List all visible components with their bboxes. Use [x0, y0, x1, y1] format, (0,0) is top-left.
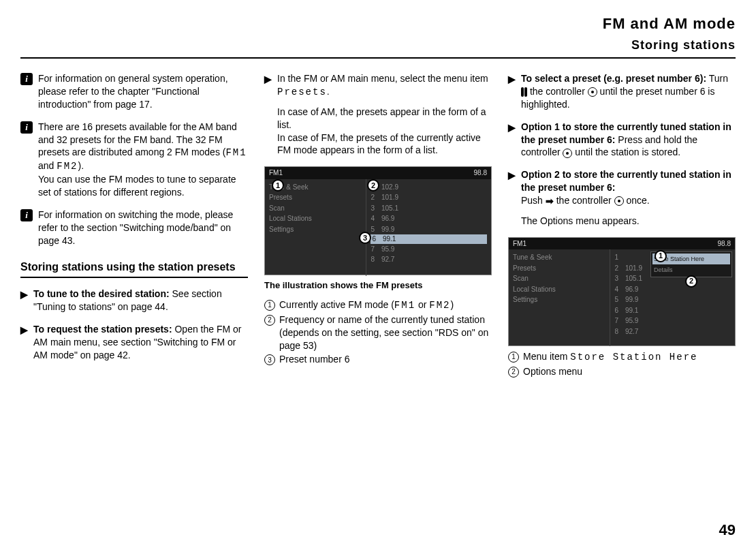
step-body: Option 1 to store the currently tuned st… — [521, 121, 736, 159]
text: The Options menu appears. — [521, 215, 640, 226]
text: In case of FM, the presets of the curren… — [277, 132, 481, 156]
step-bold: To request the station presets: — [33, 324, 172, 335]
step-arrow-icon: ▶ — [20, 324, 28, 362]
fig-header-right: 98.8 — [718, 239, 731, 249]
column-2: ▶ In the FM or AM main menu, select the … — [264, 72, 492, 380]
text: . — [327, 86, 330, 97]
fig-row: 496.9 — [614, 284, 731, 295]
fig-row: 599.9 — [614, 294, 731, 305]
section-heading: Storing stations using the station prese… — [20, 260, 248, 279]
fig-row: 496.9 — [371, 213, 487, 224]
figure-menu: Tune & Seek Presets Scan Local Stations … — [265, 179, 366, 276]
figure-caption: The illustration shows the FM presets — [264, 279, 492, 292]
step-body: To tune to the desired station: See sect… — [33, 288, 248, 313]
info-block-3: i For information on switching the mode,… — [20, 209, 248, 247]
step-arrow-icon: ▶ — [508, 73, 516, 111]
legend-num: 1 — [508, 352, 519, 363]
legend-row: 3 Preset number 6 — [264, 353, 492, 366]
content-columns: i For information on general system oper… — [20, 72, 736, 380]
text: Turn — [706, 73, 728, 84]
info-text: For information on switching the mode, p… — [38, 209, 248, 247]
text: You can use the FM modes to tune to sepa… — [38, 174, 236, 198]
step-arrow-icon: ▶ — [508, 169, 516, 227]
step-body: To select a preset (e.g. preset number 6… — [521, 72, 736, 111]
step-option-2: ▶ Option 2 to store the currently tuned … — [508, 168, 736, 227]
step-body: To request the station presets: Open the… — [33, 323, 248, 362]
page-header-title: FM and AM mode — [20, 14, 736, 34]
mono-presets: Presets — [277, 87, 327, 97]
text: once. — [624, 195, 650, 206]
legend-text: Preset number 6 — [279, 353, 492, 366]
text: the controller — [527, 86, 588, 97]
step-bold: Option 2 to store the currently tuned st… — [521, 169, 731, 193]
mono-fm1: FM1 — [225, 147, 247, 158]
legend-num: 1 — [264, 300, 275, 311]
figure-header: FM1 98.8 — [509, 238, 735, 250]
legend-text: Currently active FM mode (FM1 or FM2) — [279, 298, 492, 312]
step-body: Option 2 to store the currently tuned st… — [521, 168, 736, 227]
fig-header-left: FM1 — [513, 239, 526, 249]
fig-menu-item: Local Stations — [269, 213, 362, 224]
info-icon: i — [20, 73, 33, 85]
fig-menu-item: Scan — [269, 203, 362, 214]
column-3: ▶ To select a preset (e.g. preset number… — [508, 72, 736, 380]
controller-icon — [563, 149, 572, 158]
legend-row: 2 Frequency or name of the currently tun… — [264, 313, 492, 352]
controller-icon — [614, 196, 624, 206]
mono-fm2: FM2 — [57, 161, 78, 172]
text: In case of AM, the presets appear in the… — [277, 106, 486, 130]
legend-num: 2 — [264, 315, 275, 326]
figure-menu: Tune & Seek Presets Scan Local Stations … — [509, 249, 610, 346]
fig-row-highlighted: 699.1 — [371, 234, 487, 244]
controller-turn-icon — [521, 87, 527, 97]
page-number: 49 — [719, 520, 736, 540]
text: In the FM or AM main menu, select the me… — [277, 73, 488, 84]
callout-1: 1 — [655, 250, 667, 262]
fig-row: 699.1 — [614, 305, 731, 316]
step-request-presets: ▶ To request the station presets: Open t… — [20, 323, 248, 362]
fig-row: 795.9 — [371, 244, 487, 255]
controller-icon — [588, 87, 597, 97]
controller-push-icon: ➡ — [546, 195, 554, 208]
info-icon: i — [20, 121, 33, 134]
info-text: For information on general system operat… — [38, 72, 248, 111]
popup-item-details: Details — [652, 264, 730, 275]
text: the controller — [554, 195, 614, 206]
step-option-1: ▶ Option 1 to store the currently tuned … — [508, 121, 736, 159]
fig-menu-item: Local Stations — [513, 284, 605, 295]
fig-row: 892.7 — [614, 326, 731, 337]
step-arrow-icon: ▶ — [20, 288, 28, 313]
fig-menu-item: Presets — [269, 192, 362, 203]
text: Push — [521, 195, 546, 206]
info-text: There are 16 presets available for the A… — [38, 121, 248, 199]
text: ). — [78, 160, 84, 171]
fig-menu-item: Scan — [513, 273, 605, 284]
step-bold: To select a preset (e.g. preset number 6… — [521, 73, 706, 84]
legend-num: 3 — [264, 354, 275, 365]
legend-num: 2 — [508, 367, 519, 378]
legend-text: Menu item Store Station Here — [523, 350, 736, 364]
legend-row: 2 Options menu — [508, 365, 736, 378]
legend-text: Options menu — [523, 365, 736, 378]
callout-2: 2 — [685, 275, 697, 288]
figure-header: FM1 98.8 — [265, 167, 491, 179]
step-select-presets: ▶ In the FM or AM main menu, select the … — [264, 72, 492, 157]
fig-row: 795.9 — [614, 316, 731, 326]
text: and — [38, 160, 57, 171]
step-select-preset: ▶ To select a preset (e.g. preset number… — [508, 72, 736, 111]
fig-row: 892.7 — [371, 254, 487, 265]
info-block-2: i There are 16 presets available for the… — [20, 121, 248, 199]
step-arrow-icon: ▶ — [508, 121, 516, 159]
info-block-1: i For information on general system oper… — [20, 72, 248, 111]
step-body: In the FM or AM main menu, select the me… — [277, 72, 492, 157]
column-1: i For information on general system oper… — [20, 72, 248, 380]
step-arrow-icon: ▶ — [264, 73, 272, 157]
text: There are 16 presets available for the A… — [38, 121, 237, 158]
legend-row: 1 Currently active FM mode (FM1 or FM2) — [264, 298, 492, 312]
step-tune: ▶ To tune to the desired station: See se… — [20, 288, 248, 313]
fig-header-left: FM1 — [269, 168, 283, 178]
legend-row: 1 Menu item Store Station Here — [508, 350, 736, 364]
figure-fm-presets: FM1 98.8 Tune & Seek Presets Scan Local … — [264, 166, 492, 275]
fig-row: 1102.9 — [371, 182, 487, 193]
page-header-subtitle: Storing stations — [20, 37, 736, 59]
